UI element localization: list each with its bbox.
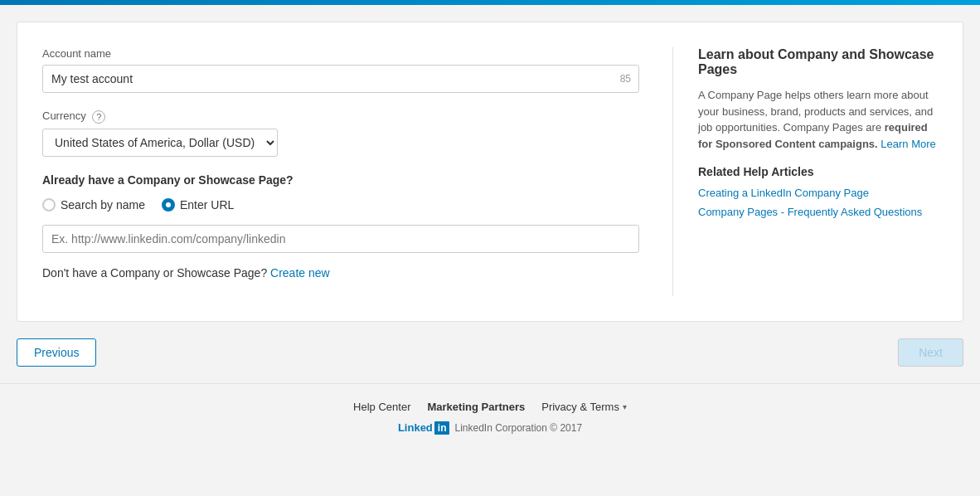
marketing-partners-link[interactable]: Marketing Partners <box>427 401 525 413</box>
right-panel: Learn about Company and Showcase Pages A… <box>672 47 938 296</box>
footer: Help Center Marketing Partners Privacy &… <box>0 383 980 460</box>
currency-group: Currency ? United States of America, Dol… <box>42 109 639 157</box>
left-panel: Account name 85 Currency ? United States… <box>42 47 639 296</box>
url-input[interactable] <box>42 225 639 253</box>
account-name-group: Account name 85 <box>42 47 639 93</box>
help-link-2[interactable]: Company Pages - Frequently Asked Questio… <box>698 206 938 218</box>
help-link-1[interactable]: Creating a LinkedIn Company Page <box>698 187 938 199</box>
no-page-text: Don't have a Company or Showcase Page? C… <box>42 266 639 280</box>
right-panel-title: Learn about Company and Showcase Pages <box>698 47 938 77</box>
currency-label: Currency ? <box>42 109 639 124</box>
linkedin-logo: Linkedin <box>398 421 450 435</box>
currency-select[interactable]: United States of America, Dollar (USD) <box>42 129 278 157</box>
related-help-title: Related Help Articles <box>698 165 938 178</box>
privacy-terms-link[interactable]: Privacy & Terms ▾ <box>541 401 627 413</box>
company-page-group: Already have a Company or Showcase Page?… <box>42 173 639 280</box>
help-center-link[interactable]: Help Center <box>353 401 410 413</box>
radio-url-input[interactable] <box>162 198 175 212</box>
learn-more-link[interactable]: Learn More <box>881 138 935 150</box>
currency-help-icon[interactable]: ? <box>92 110 105 124</box>
main-card: Account name 85 Currency ? United States… <box>17 22 963 322</box>
char-count: 85 <box>620 73 631 85</box>
radio-url-option[interactable]: Enter URL <box>162 198 234 212</box>
bottom-nav: Previous Next <box>17 322 963 383</box>
account-name-input[interactable] <box>42 65 639 93</box>
next-button: Next <box>898 338 963 367</box>
create-new-link[interactable]: Create new <box>270 266 330 280</box>
radio-search-input[interactable] <box>42 198 56 212</box>
account-name-wrapper: 85 <box>42 65 639 93</box>
radio-url-label: Enter URL <box>180 198 234 212</box>
footer-links: Help Center Marketing Partners Privacy &… <box>0 401 980 413</box>
company-section-label: Already have a Company or Showcase Page? <box>42 173 639 187</box>
right-panel-description: A Company Page helps others learn more a… <box>698 87 938 152</box>
radio-search-label: Search by name <box>61 198 145 212</box>
footer-copyright: Linkedin LinkedIn Corporation © 2017 <box>0 421 980 435</box>
previous-button[interactable]: Previous <box>17 338 96 367</box>
account-name-label: Account name <box>42 47 639 60</box>
chevron-down-icon: ▾ <box>623 402 627 411</box>
radio-group: Search by name Enter URL <box>42 198 639 212</box>
radio-search-option[interactable]: Search by name <box>42 198 145 212</box>
